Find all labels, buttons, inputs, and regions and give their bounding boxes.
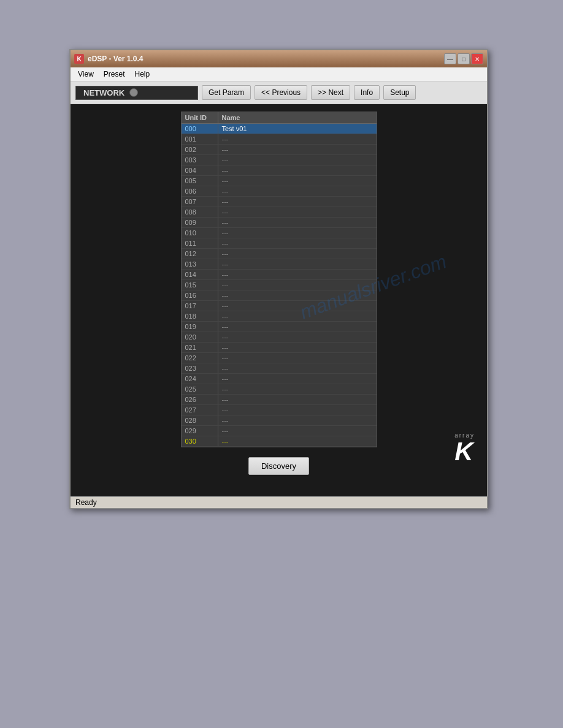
- table-row[interactable]: 027---: [182, 405, 377, 415]
- cell-name: ---: [218, 343, 377, 352]
- cell-unit-id: 028: [182, 415, 218, 425]
- maximize-button[interactable]: □: [458, 53, 470, 64]
- table-row[interactable]: 001---: [182, 134, 377, 145]
- unit-table: Unit ID Name 000Test v01001---002---003-…: [181, 112, 377, 447]
- cell-name: ---: [218, 353, 377, 363]
- table-row[interactable]: 016---: [182, 290, 377, 301]
- table-row[interactable]: 011---: [182, 238, 377, 249]
- table-row[interactable]: 014---: [182, 270, 377, 280]
- main-content: manualsriver.com Unit ID Name 000Test v0…: [71, 104, 487, 496]
- cell-unit-id: 016: [182, 290, 218, 300]
- title-buttons: — □ ✕: [444, 53, 483, 64]
- cell-name: ---: [218, 207, 377, 217]
- cell-unit-id: 013: [182, 259, 218, 269]
- table-header: Unit ID Name: [182, 112, 377, 124]
- menu-view[interactable]: View: [73, 69, 99, 80]
- discovery-button[interactable]: Discovery: [248, 457, 309, 475]
- setup-button[interactable]: Setup: [383, 85, 416, 100]
- table-row[interactable]: 022---: [182, 353, 377, 363]
- menu-help[interactable]: Help: [129, 69, 155, 80]
- cell-name: ---: [218, 426, 377, 436]
- cell-name: ---: [218, 186, 377, 196]
- cell-unit-id: 023: [182, 363, 218, 373]
- table-row[interactable]: 018---: [182, 311, 377, 322]
- table-row[interactable]: 010---: [182, 228, 377, 238]
- cell-name: Test v01: [218, 124, 377, 134]
- cell-unit-id: 003: [182, 155, 218, 165]
- cell-unit-id: 007: [182, 197, 218, 207]
- cell-name: ---: [218, 332, 377, 342]
- cell-unit-id: 005: [182, 176, 218, 186]
- cell-unit-id: 010: [182, 228, 218, 238]
- menu-preset[interactable]: Preset: [99, 69, 130, 80]
- table-row[interactable]: 002---: [182, 145, 377, 155]
- table-row[interactable]: 019---: [182, 322, 377, 332]
- cell-name: ---: [218, 176, 377, 186]
- cell-unit-id: 018: [182, 311, 218, 321]
- app-icon: K: [74, 54, 84, 64]
- cell-unit-id: 024: [182, 374, 218, 384]
- cell-unit-id: 019: [182, 322, 218, 332]
- table-row[interactable]: 004---: [182, 165, 377, 176]
- cell-name: ---: [218, 165, 377, 175]
- cell-name: ---: [218, 145, 377, 154]
- logo-area: array K: [454, 432, 475, 464]
- table-row[interactable]: 030---: [182, 436, 377, 447]
- table-row[interactable]: 009---: [182, 218, 377, 228]
- window-title: eDSP - Ver 1.0.4: [88, 55, 144, 63]
- cell-name: ---: [218, 405, 377, 415]
- table-row[interactable]: 007---: [182, 197, 377, 207]
- cell-name: ---: [218, 280, 377, 290]
- next-button[interactable]: >> Next: [311, 85, 350, 100]
- table-row[interactable]: 029---: [182, 426, 377, 436]
- toolbar: NETWORK Get Param << Previous >> Next In…: [71, 82, 487, 104]
- table-row[interactable]: 012---: [182, 249, 377, 259]
- col-header-unit-id: Unit ID: [182, 112, 218, 123]
- cell-unit-id: 026: [182, 395, 218, 404]
- table-row[interactable]: 025---: [182, 384, 377, 395]
- cell-unit-id: 000: [182, 124, 218, 134]
- table-row[interactable]: 005---: [182, 176, 377, 186]
- info-button[interactable]: Info: [354, 85, 380, 100]
- table-row[interactable]: 015---: [182, 280, 377, 290]
- main-window: K eDSP - Ver 1.0.4 — □ ✕ View Preset Hel…: [69, 49, 488, 509]
- table-row[interactable]: 013---: [182, 259, 377, 270]
- title-bar: K eDSP - Ver 1.0.4 — □ ✕: [71, 50, 487, 67]
- table-row[interactable]: 024---: [182, 374, 377, 384]
- cell-unit-id: 011: [182, 238, 218, 248]
- get-param-button[interactable]: Get Param: [202, 85, 251, 100]
- cell-name: ---: [218, 197, 377, 207]
- table-row[interactable]: 023---: [182, 363, 377, 374]
- cell-name: ---: [218, 384, 377, 394]
- cell-name: ---: [218, 218, 377, 227]
- cell-unit-id: 021: [182, 343, 218, 352]
- menu-bar: View Preset Help: [71, 67, 487, 82]
- cell-name: ---: [218, 301, 377, 311]
- cell-name: ---: [218, 311, 377, 321]
- minimize-button[interactable]: —: [444, 53, 456, 64]
- table-row[interactable]: 003---: [182, 155, 377, 165]
- cell-name: ---: [218, 238, 377, 248]
- cell-name: ---: [218, 363, 377, 373]
- table-row[interactable]: 006---: [182, 186, 377, 197]
- status-bar: Ready: [71, 496, 487, 508]
- table-row[interactable]: 000Test v01: [182, 124, 377, 134]
- table-row[interactable]: 026---: [182, 395, 377, 405]
- cell-name: ---: [218, 290, 377, 300]
- table-row[interactable]: 028---: [182, 415, 377, 426]
- cell-name: ---: [218, 436, 377, 446]
- network-status-indicator: [129, 88, 138, 97]
- table-row[interactable]: 020---: [182, 332, 377, 343]
- cell-name: ---: [218, 415, 377, 425]
- table-row[interactable]: 017---: [182, 301, 377, 311]
- cell-unit-id: 015: [182, 280, 218, 290]
- cell-name: ---: [218, 155, 377, 165]
- network-label-text: NETWORK: [83, 88, 124, 97]
- previous-button[interactable]: << Previous: [255, 85, 307, 100]
- cell-name: ---: [218, 228, 377, 238]
- table-row[interactable]: 021---: [182, 343, 377, 353]
- cell-name: ---: [218, 134, 377, 144]
- cell-unit-id: 006: [182, 186, 218, 196]
- close-button[interactable]: ✕: [471, 53, 483, 64]
- table-row[interactable]: 008---: [182, 207, 377, 218]
